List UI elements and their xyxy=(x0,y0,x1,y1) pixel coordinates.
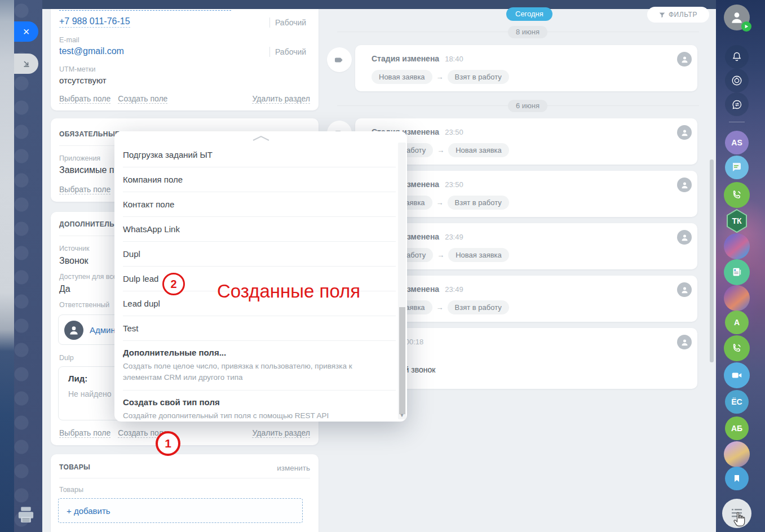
phone-type-label[interactable]: Рабочий xyxy=(269,17,306,28)
rightbar-divider xyxy=(729,122,745,122)
dropdown-item[interactable]: Dupl xyxy=(123,242,396,267)
dropdown-item[interactable]: WhatsApp Link xyxy=(123,217,396,242)
entry-author-avatar[interactable] xyxy=(677,335,692,349)
chat-avatar-ab[interactable]: АБ xyxy=(725,416,749,440)
timeline-entry-stage-change[interactable]: Стадия изменена18:40 Новая заявка → Взят… xyxy=(355,45,697,91)
entry-author-avatar[interactable] xyxy=(677,125,692,140)
select-field-link[interactable]: Выбрать поле xyxy=(59,185,110,194)
collapse-slider-button[interactable] xyxy=(14,54,38,74)
entry-time: 23:50 xyxy=(445,180,463,189)
entry-author-avatar[interactable] xyxy=(677,282,692,297)
saved-messages-bookmark-icon[interactable] xyxy=(725,467,749,490)
custom-type-title: Создать свой тип поля xyxy=(123,397,390,407)
access-value: Да xyxy=(59,284,70,294)
dropdown-item[interactable]: Компания поле xyxy=(123,167,396,192)
dropdown-scrollbar-thumb[interactable] xyxy=(399,307,405,414)
avatar-initials: ЁС xyxy=(731,397,742,406)
entry-time: 23:50 xyxy=(445,128,463,136)
dropdown-item[interactable]: Test xyxy=(123,316,396,341)
notifications-bell-icon[interactable] xyxy=(725,45,749,69)
lead-value: Не найдено xyxy=(68,389,112,398)
extra-fields-title: Дополнительные поля... xyxy=(123,348,390,357)
chat-avatar-photo-1[interactable] xyxy=(724,233,750,259)
email-type-label[interactable]: Рабочий xyxy=(269,47,306,57)
select-field-link[interactable]: Выбрать поле xyxy=(59,428,110,438)
avatar-initials: АБ xyxy=(731,424,742,433)
chat-avatar-tk[interactable]: ТК xyxy=(724,208,750,234)
dropdown-item[interactable]: Подгрузка заданий ЫТ xyxy=(123,143,396,167)
annotation-caption: Созданные поля xyxy=(217,281,360,302)
timeline-scrollbar[interactable] xyxy=(710,159,714,362)
funnel-icon xyxy=(659,12,665,18)
annotation-step-2-number: 2 xyxy=(170,278,176,291)
phone-call-icon[interactable] xyxy=(724,182,750,208)
products-title: ТОВАРЫ xyxy=(59,463,90,471)
utm-value: отсутствуют xyxy=(59,76,107,85)
avatar-initials: AS xyxy=(731,138,742,147)
utm-label: UTM-метки xyxy=(59,65,96,73)
close-slider-button[interactable]: × xyxy=(14,21,38,42)
chat-avatar-as[interactable]: AS xyxy=(725,131,749,154)
phone-link[interactable]: +7 988 011-76-15 xyxy=(59,16,130,28)
products-edit-link[interactable]: изменить xyxy=(277,464,310,472)
chat-avatar-photo-2[interactable] xyxy=(724,285,750,311)
products-card: ТОВАРЫ изменить Товары + добавить xyxy=(51,454,319,532)
top-navy-bar xyxy=(14,0,716,9)
entry-time: 23:49 xyxy=(445,233,463,241)
video-call-icon[interactable] xyxy=(724,362,750,388)
delete-section-link[interactable]: Удалить раздел xyxy=(252,94,310,104)
stage-to-badge: Новая заявка xyxy=(448,143,509,157)
add-product-label: + добавить xyxy=(67,506,110,516)
entry-author-avatar[interactable] xyxy=(677,52,692,66)
annotation-step-1: 1 xyxy=(156,431,180,456)
entry-author-avatar[interactable] xyxy=(677,178,692,192)
email-link[interactable]: test@gmail.com xyxy=(59,46,124,56)
chat-menu-button[interactable] xyxy=(722,499,751,528)
truncated-field-underline xyxy=(59,10,231,11)
profile-avatar[interactable] xyxy=(724,5,750,30)
extra-fields-description: Создать поле целое число, привязка к пол… xyxy=(123,361,390,383)
avatar-initials: A xyxy=(734,318,740,327)
date-pill-june6: 6 июня xyxy=(508,100,547,112)
entry-author-avatar[interactable] xyxy=(677,230,692,245)
delete-section-link[interactable]: Удалить раздел xyxy=(252,428,310,438)
collapse-icon xyxy=(22,59,31,68)
arrow-icon: → xyxy=(436,73,444,81)
copilot-icon[interactable] xyxy=(725,69,749,92)
printer-icon[interactable] xyxy=(16,506,36,524)
chat-avatar-photo-3[interactable] xyxy=(724,441,750,467)
select-field-link[interactable]: Выбрать поле xyxy=(59,94,110,104)
messenger-sync-icon[interactable] xyxy=(725,92,749,116)
phone-call-icon[interactable] xyxy=(724,335,750,361)
source-label: Источник xyxy=(59,245,89,252)
filter-button[interactable]: ФИЛЬТР xyxy=(647,7,709,23)
left-dark-sidebar xyxy=(14,0,42,532)
responsible-avatar xyxy=(64,321,83,340)
arrow-icon: → xyxy=(436,303,444,312)
chat-avatar-ec[interactable]: ЁС xyxy=(725,390,749,414)
crm-slider-screen: × +7 988 011-76-15 Рабочий E-mail test@g… xyxy=(0,0,765,532)
notes-app-icon[interactable] xyxy=(724,259,750,285)
lead-label: Лид: xyxy=(68,374,87,383)
apps-label: Приложения xyxy=(59,154,100,162)
dropdown-custom-type-item[interactable]: Создать свой тип поля Создайте дополните… xyxy=(123,391,396,429)
chat-app-icon[interactable] xyxy=(725,156,749,179)
stage-to-badge: Взят в работу xyxy=(448,300,509,314)
dropdown-item[interactable]: Контакт поле xyxy=(123,192,396,217)
filter-label: ФИЛЬТР xyxy=(669,11,697,19)
dulp-label: Dulp xyxy=(59,354,74,362)
arrow-icon: → xyxy=(437,146,444,154)
add-product-button[interactable]: + добавить xyxy=(58,498,303,523)
contact-details-card: +7 988 011-76-15 Рабочий E-mail test@gma… xyxy=(51,9,319,110)
chevron-up-icon[interactable] xyxy=(114,135,407,143)
responsible-name-link[interactable]: Админ xyxy=(90,325,116,335)
today-button[interactable]: Сегодня xyxy=(506,7,552,21)
scroll-down-icon[interactable]: ▼ xyxy=(399,413,405,418)
entry-title: Стадия изменена xyxy=(372,54,439,63)
chat-avatar-a[interactable]: A xyxy=(725,311,749,334)
status-play-badge xyxy=(741,21,751,32)
divider xyxy=(59,478,310,478)
create-field-link[interactable]: Создать поле xyxy=(118,94,167,104)
dropdown-extra-fields-item[interactable]: Дополнительные поля... Создать поле цело… xyxy=(123,341,396,391)
stage-to-badge: Взят в работу xyxy=(448,70,509,84)
